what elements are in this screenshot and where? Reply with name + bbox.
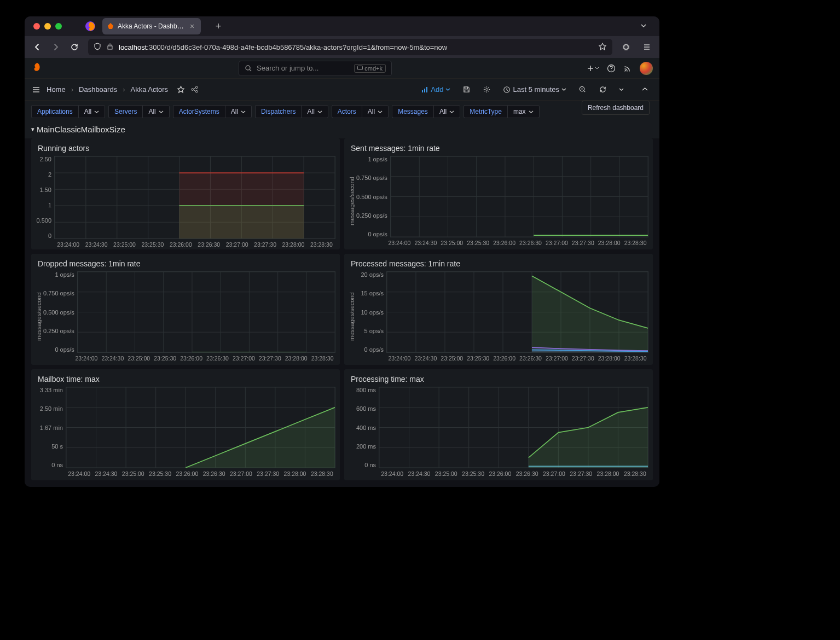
rss-icon[interactable] (623, 64, 632, 73)
breadcrumb: Home › Dashboards › Akka Actors (31, 85, 199, 95)
forward-button[interactable] (49, 40, 63, 54)
time-range-picker[interactable]: Last 5 minutes (499, 82, 571, 97)
chart-canvas[interactable] (379, 387, 648, 468)
save-button[interactable] (458, 82, 475, 97)
add-menu-button[interactable] (586, 64, 599, 73)
browser-tab[interactable]: Akka Actors - Dashboards - Gra × (102, 18, 201, 34)
chart-canvas[interactable] (386, 271, 648, 353)
y-axis-label: messages/second (349, 271, 355, 362)
extensions-icon[interactable] (619, 40, 633, 54)
crumb-current[interactable]: Akka Actors (130, 85, 168, 94)
panel-title[interactable]: Dropped messages: 1min rate (36, 259, 335, 268)
clock-icon (503, 86, 511, 94)
chart-canvas[interactable] (390, 156, 648, 237)
variable-value-dropdown[interactable]: All (362, 105, 389, 118)
svg-point-6 (196, 86, 198, 89)
variable-label: ActorSystems (173, 105, 225, 118)
refresh-button[interactable] (594, 82, 611, 97)
variable-value-dropdown[interactable]: All (433, 105, 460, 118)
svg-point-5 (625, 70, 626, 71)
tabs-dropdown-icon[interactable] (636, 19, 651, 34)
user-avatar[interactable] (640, 62, 653, 75)
variable-value-dropdown[interactable]: All (225, 105, 252, 118)
panel-title[interactable]: Running actors (36, 144, 335, 153)
variable-value-dropdown[interactable]: All (78, 105, 105, 118)
chevron-down-icon (241, 109, 246, 114)
grafana-header: Search or jump to... cmd+k (25, 58, 659, 79)
shield-icon (94, 43, 101, 52)
bar-chart-icon (421, 86, 428, 94)
chevron-down-icon (159, 109, 164, 114)
y-axis-ticks: 1 ops/s0.750 ops/s0.500 ops/s0.250 ops/s… (356, 156, 390, 237)
y-axis-label: messages/second (349, 156, 355, 246)
variable-label: Servers (108, 105, 142, 118)
variable-value-dropdown[interactable]: All (301, 105, 328, 118)
x-axis-ticks: 23:24:0023:24:3023:25:0023:25:3023:26:00… (36, 470, 335, 477)
panel-proctime: Processing time: max 800 ms600 ms400 ms2… (344, 369, 653, 480)
variable-actors: ActorsAll (332, 105, 389, 118)
tab-title: Akka Actors - Dashboards - Gra (118, 22, 184, 30)
crumb-home[interactable]: Home (47, 85, 66, 94)
x-axis-ticks: 23:24:0023:24:3023:25:0023:25:3023:26:00… (356, 240, 648, 246)
svg-rect-9 (422, 90, 423, 92)
search-input[interactable]: Search or jump to... cmd+k (239, 61, 392, 76)
settings-button[interactable] (478, 82, 495, 97)
variable-label: Actors (332, 105, 362, 118)
variable-applications: ApplicationsAll (31, 105, 105, 118)
variable-metrictype: MetricTypemax (464, 105, 539, 118)
minimize-window-button[interactable] (44, 23, 51, 30)
crumb-dashboards[interactable]: Dashboards (79, 85, 117, 94)
panel-sent: Sent messages: 1min rate messages/second… (344, 138, 653, 249)
variable-label: Messages (392, 105, 433, 118)
panel-title[interactable]: Processing time: max (349, 375, 648, 383)
template-variables-row: ApplicationsAll ServersAll ActorSystemsA… (25, 101, 659, 123)
close-tab-icon[interactable]: × (188, 22, 196, 31)
grafana-logo-icon[interactable] (31, 62, 44, 75)
variable-servers: ServersAll (108, 105, 170, 118)
y-axis-label: messages/second (36, 271, 42, 362)
y-axis-ticks: 20 ops/s15 ops/s10 ops/s5 ops/s0 ops/s (356, 271, 386, 353)
favorite-star-icon[interactable] (177, 85, 185, 94)
close-window-button[interactable] (33, 23, 40, 30)
chart-canvas[interactable] (77, 271, 335, 353)
lock-icon (107, 43, 113, 52)
svg-rect-11 (426, 87, 427, 92)
chart-canvas[interactable] (54, 156, 335, 239)
chevron-right-icon: › (123, 85, 125, 94)
variable-value-dropdown[interactable]: max (507, 105, 540, 118)
new-tab-button[interactable]: + (211, 19, 226, 34)
browser-url-bar: localhost:3000/d/d5d6c3ef-070a-498d-a4fe… (25, 36, 659, 58)
chevron-down-icon (378, 109, 383, 114)
panel-processed: Processed messages: 1min rate messages/s… (344, 254, 653, 365)
variable-label: Applications (31, 105, 78, 118)
variable-value-dropdown[interactable]: All (142, 105, 169, 118)
share-icon[interactable] (190, 85, 199, 94)
refresh-interval-dropdown[interactable] (615, 82, 628, 97)
chevron-down-icon: ▾ (31, 126, 34, 133)
svg-rect-1 (108, 46, 112, 49)
panel-running: Running actors 2.5021.5010.5000 23:24:00… (31, 138, 340, 249)
back-button[interactable] (30, 40, 44, 54)
svg-rect-3 (358, 66, 363, 69)
add-button[interactable]: Add (416, 82, 455, 97)
grafana-toolbar: Home › Dashboards › Akka Actors Add Last… (25, 79, 659, 101)
panel-title[interactable]: Processed messages: 1min rate (349, 259, 648, 268)
url-input[interactable]: localhost:3000/d/d5d6c3ef-070a-498d-a4fe… (88, 39, 612, 55)
row-toggle[interactable]: ▾ MainClassicMailboxSize (25, 123, 659, 138)
bookmark-star-icon[interactable] (598, 42, 607, 53)
menu-toggle-icon[interactable] (31, 85, 41, 95)
svg-point-2 (246, 66, 250, 70)
panel-title[interactable]: Mailbox time: max (36, 375, 335, 383)
zoom-out-button[interactable] (574, 82, 591, 97)
help-icon[interactable] (607, 64, 616, 73)
chart-canvas[interactable] (66, 387, 335, 468)
kiosk-mode-button[interactable] (637, 82, 653, 97)
maximize-window-button[interactable] (55, 23, 62, 30)
reload-button[interactable] (67, 40, 82, 54)
panel-title[interactable]: Sent messages: 1min rate (349, 144, 648, 153)
variable-actorsystems: ActorSystemsAll (173, 105, 252, 118)
panel-mailbox: Mailbox time: max 3.33 min2.50 min1.67 m… (31, 369, 340, 480)
row-title-text: MainClassicMailboxSize (37, 125, 125, 134)
app-menu-icon[interactable] (640, 40, 654, 54)
chevron-down-icon (449, 109, 454, 114)
